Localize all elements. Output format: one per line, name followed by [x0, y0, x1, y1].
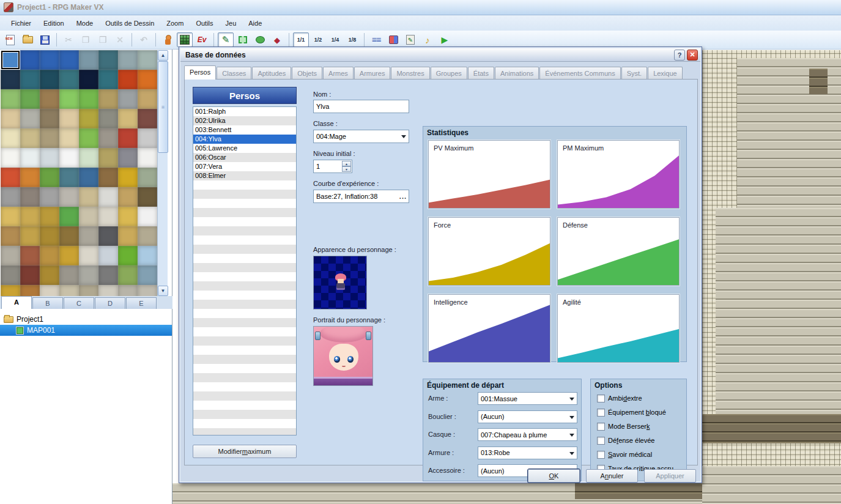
palette-tile[interactable]	[59, 207, 79, 226]
palette-tile[interactable]	[138, 265, 157, 285]
list-item[interactable]	[193, 235, 296, 245]
palette-tile[interactable]	[79, 168, 98, 187]
list-item[interactable]	[193, 309, 296, 318]
list-item[interactable]	[193, 226, 296, 235]
tile-palette[interactable]	[1, 50, 157, 296]
rectangle-tool-button[interactable]	[235, 32, 251, 47]
paste-button[interactable]: ❒	[95, 32, 111, 47]
palette-tile[interactable]	[79, 246, 98, 265]
palette-tile[interactable]	[59, 246, 79, 265]
palette-tile[interactable]	[1, 89, 20, 109]
list-item[interactable]	[193, 180, 296, 190]
palette-tile[interactable]	[138, 207, 157, 226]
palette-tile[interactable]	[1, 148, 20, 168]
palette-tile[interactable]	[1, 265, 20, 285]
event-mode-button[interactable]: Ev	[194, 32, 210, 47]
palette-tile[interactable]	[1, 128, 20, 148]
zoom-1-2-button[interactable]: 1/2	[310, 32, 326, 47]
list-item[interactable]	[193, 373, 296, 382]
apply-button[interactable]: Appliquer	[644, 469, 696, 483]
palette-tile[interactable]	[138, 246, 157, 265]
list-item[interactable]	[193, 419, 296, 428]
checkbox[interactable]	[597, 451, 605, 459]
palette-tile[interactable]	[118, 265, 138, 285]
layers-button[interactable]: ≡≡	[368, 32, 384, 47]
list-item[interactable]: 002:Ulrika	[193, 116, 296, 125]
palette-tile[interactable]	[138, 148, 157, 168]
list-item[interactable]: 008:Elmer	[193, 171, 296, 180]
palette-tile[interactable]	[98, 168, 118, 187]
palette-tile[interactable]	[118, 148, 138, 168]
list-item[interactable]	[193, 364, 296, 373]
palette-tile[interactable]	[40, 50, 59, 70]
equipment-select[interactable]: 001:Massue	[478, 392, 577, 405]
name-input[interactable]	[313, 100, 409, 113]
palette-tile[interactable]	[118, 50, 138, 70]
level-stepper[interactable]: 1 ▲ ▼	[313, 160, 352, 173]
list-item[interactable]	[193, 254, 296, 263]
tab-objets[interactable]: Objets	[292, 67, 322, 80]
cancel-button[interactable]: Annuler	[586, 469, 638, 483]
palette-tile[interactable]	[98, 285, 118, 296]
spin-down-button[interactable]: ▼	[342, 166, 351, 172]
stat-chart-intelligence[interactable]: Intelligence	[428, 294, 550, 363]
tab--v-nements-communs[interactable]: Événements Communs	[539, 67, 620, 80]
list-item[interactable]: 001:Ralph	[193, 107, 296, 116]
list-item[interactable]	[193, 291, 296, 300]
menu-item-aide[interactable]: Aide	[242, 17, 268, 29]
palette-tile[interactable]	[20, 70, 40, 89]
list-item[interactable]	[193, 346, 296, 355]
palette-tile[interactable]	[98, 50, 118, 70]
menu-item-outils[interactable]: Outils	[190, 17, 219, 29]
list-item[interactable]	[193, 428, 296, 435]
palette-tile[interactable]	[138, 168, 157, 187]
palette-tile[interactable]	[1, 285, 20, 296]
tree-item-map[interactable]: MAP001	[0, 325, 172, 336]
stat-chart-d-fense[interactable]: Défense	[557, 217, 680, 286]
palette-tile[interactable]	[59, 265, 79, 285]
palette-tile[interactable]	[79, 50, 98, 70]
list-item[interactable]	[193, 190, 296, 199]
tab-lexique[interactable]: Lexique	[648, 67, 683, 80]
palette-tile[interactable]	[59, 70, 79, 89]
palette-tile[interactable]	[20, 168, 40, 187]
list-item[interactable]	[193, 217, 296, 226]
palette-tab-e[interactable]: E	[126, 297, 157, 309]
dialog-titlebar[interactable]: Base de données ? ✕	[180, 48, 700, 62]
menu-item-mode[interactable]: Mode	[70, 17, 100, 29]
list-item[interactable]	[193, 410, 296, 419]
delete-button[interactable]: ✕	[112, 32, 128, 47]
palette-tile[interactable]	[59, 187, 79, 207]
palette-tile[interactable]	[98, 148, 118, 168]
tab-persos[interactable]: Persos	[184, 65, 216, 80]
list-item[interactable]	[193, 272, 296, 281]
modify-maximum-button[interactable]: Modifier maximum	[193, 445, 297, 458]
open-project-button[interactable]	[20, 32, 35, 47]
palette-tile[interactable]	[98, 187, 118, 207]
palette-tile[interactable]	[40, 168, 59, 187]
menu-item-jeu[interactable]: Jeu	[220, 17, 243, 29]
palette-tile[interactable]	[20, 148, 40, 168]
palette-tile[interactable]	[79, 207, 98, 226]
palette-tile[interactable]	[98, 207, 118, 226]
playtest-button[interactable]: ▶	[437, 32, 453, 47]
palette-tile[interactable]	[79, 187, 98, 207]
palette-tile[interactable]	[98, 89, 118, 109]
palette-tab-a[interactable]: A	[1, 296, 32, 309]
new-project-button[interactable]: NEW	[2, 32, 18, 47]
palette-tab-d[interactable]: D	[95, 297, 125, 309]
palette-tile[interactable]	[138, 128, 157, 148]
palette-tile[interactable]	[40, 207, 59, 226]
palette-tile[interactable]	[79, 285, 98, 296]
palette-tile[interactable]	[118, 109, 138, 128]
script-editor-button[interactable]: ✎	[402, 32, 418, 47]
palette-tile[interactable]	[59, 128, 79, 148]
exp-curve-field[interactable]: Base:27, Inflation:38 ...	[313, 190, 409, 203]
palette-tile[interactable]	[59, 89, 79, 109]
list-item[interactable]: 007:Vera	[193, 162, 296, 171]
tab-aptitudes[interactable]: Aptitudes	[252, 67, 291, 80]
scrollbar-down-button[interactable]: ▼	[158, 286, 168, 296]
palette-tab-c[interactable]: C	[64, 297, 94, 309]
palette-tile[interactable]	[118, 128, 138, 148]
palette-tile[interactable]	[1, 168, 20, 187]
